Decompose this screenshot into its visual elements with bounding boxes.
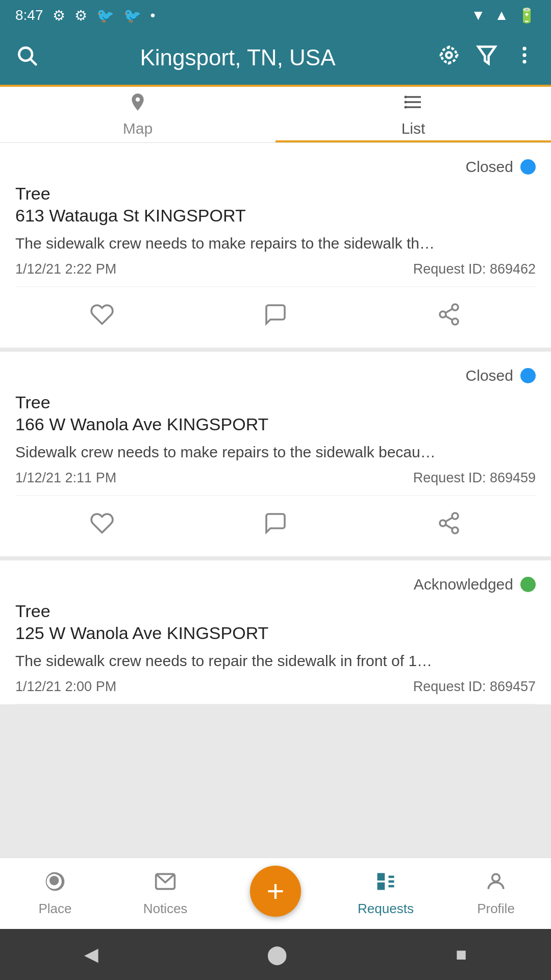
wifi-icon: ▼ (471, 7, 486, 23)
card-2-date: 1/12/21 2:11 PM (15, 470, 116, 486)
svg-point-11 (522, 60, 526, 63)
svg-point-34 (492, 874, 500, 881)
svg-point-10 (522, 53, 526, 57)
card-2-status-dot (520, 368, 536, 383)
card-2-request-id: Request ID: 869459 (413, 470, 536, 486)
battery-icon: 🔋 (518, 7, 536, 24)
card-1-request-id: Request ID: 869462 (413, 261, 536, 277)
card-2-meta: 1/12/21 2:11 PM Request ID: 869459 (15, 470, 536, 496)
tab-map[interactable]: Map (0, 87, 276, 142)
card-1-share-button[interactable] (416, 297, 482, 337)
card-2-like-button[interactable] (69, 506, 135, 546)
svg-line-22 (445, 309, 453, 313)
tab-bar: Map List (0, 87, 551, 143)
card-1-address: 613 Watauga St KINGSPORT (15, 206, 536, 226)
bird2-icon: 🐦 (123, 7, 141, 24)
card-3-description: The sidewalk crew needs to repair the si… (15, 652, 536, 670)
card-2-address: 166 W Wanola Ave KINGSPORT (15, 414, 536, 434)
card-1-date: 1/12/21 2:22 PM (15, 261, 116, 277)
back-button[interactable]: ◀ (84, 944, 98, 965)
svg-point-25 (452, 527, 458, 533)
svg-point-20 (452, 318, 458, 325)
list-icon (403, 92, 423, 117)
svg-marker-8 (479, 47, 495, 64)
place-icon (44, 870, 66, 898)
location-target-icon[interactable] (438, 44, 460, 71)
status-bar-right: ▼ ▲ 🔋 (471, 7, 536, 24)
card-2-comment-button[interactable] (243, 506, 308, 546)
mail-icon (154, 870, 177, 898)
card-2-status: Closed (466, 367, 513, 384)
header-title: Kingsport, TN, USA (53, 45, 422, 70)
svg-rect-29 (378, 873, 385, 881)
gear-icon: ⚙ (53, 7, 65, 24)
svg-point-15 (405, 96, 407, 99)
card-3-status-dot (520, 577, 536, 592)
nav-profile[interactable]: Profile (441, 870, 551, 917)
card-1-meta: 1/12/21 2:22 PM Request ID: 869462 (15, 261, 536, 287)
nav-notices-label: Notices (143, 901, 188, 917)
card-1-actions (15, 287, 536, 348)
card-1-status-dot (520, 159, 536, 175)
map-pin-icon (128, 92, 148, 117)
card-2-actions (15, 496, 536, 556)
status-bar: 8:47 ⚙ ⚙ 🐦 🐦 • ▼ ▲ 🔋 (0, 0, 551, 31)
nav-notices[interactable]: Notices (110, 870, 220, 917)
requests-icon (374, 870, 397, 898)
home-button[interactable]: ⬤ (267, 944, 287, 965)
status-bar-left: 8:47 ⚙ ⚙ 🐦 🐦 • (15, 7, 155, 24)
svg-point-23 (452, 513, 458, 519)
recent-button[interactable]: ■ (456, 944, 467, 965)
nav-add-button[interactable]: + (250, 866, 301, 917)
card-2-description: Sidewalk crew needs to make repairs to t… (15, 444, 536, 461)
svg-point-19 (440, 311, 446, 317)
nav-place[interactable]: Place (0, 870, 110, 917)
bottom-nav: Place Notices + Requests (0, 857, 551, 929)
svg-line-26 (445, 525, 453, 529)
card-2[interactable]: Closed Tree 166 W Wanola Ave KINGSPORT S… (0, 352, 551, 556)
card-3-type: Tree (15, 601, 536, 621)
card-1[interactable]: Closed Tree 613 Watauga St KINGSPORT The… (0, 143, 551, 348)
card-3-request-id: Request ID: 869457 (413, 679, 536, 695)
signal-icon: ▲ (494, 7, 509, 23)
nav-place-label: Place (38, 901, 71, 917)
card-2-header: Closed (15, 367, 536, 384)
svg-point-18 (452, 304, 458, 310)
card-1-type: Tree (15, 184, 536, 204)
card-1-status: Closed (466, 158, 513, 176)
tab-list[interactable]: List (276, 87, 551, 142)
card-1-description: The sidewalk crew needs to make repairs … (15, 235, 536, 252)
nav-requests-label: Requests (358, 901, 414, 917)
card-3-meta: 1/12/21 2:00 PM Request ID: 869457 (15, 679, 536, 704)
search-icon[interactable] (15, 44, 38, 71)
card-1-header: Closed (15, 158, 536, 176)
card-2-type: Tree (15, 393, 536, 412)
svg-line-21 (445, 316, 453, 320)
status-time: 8:47 (15, 7, 43, 23)
svg-line-27 (445, 518, 453, 522)
card-1-comment-button[interactable] (243, 297, 308, 337)
tab-map-label: Map (123, 120, 153, 137)
nav-requests[interactable]: Requests (331, 870, 441, 917)
card-3-header: Acknowledged (15, 576, 536, 593)
svg-rect-30 (378, 883, 385, 890)
filter-icon[interactable] (475, 44, 498, 71)
dot-icon: • (151, 7, 156, 23)
card-3-date: 1/12/21 2:00 PM (15, 679, 116, 695)
gear2-icon: ⚙ (74, 7, 87, 24)
card-1-like-button[interactable] (69, 297, 135, 337)
system-nav: ◀ ⬤ ■ (0, 929, 551, 980)
profile-icon (485, 870, 507, 898)
tab-list-label: List (402, 120, 425, 137)
card-3[interactable]: Acknowledged Tree 125 W Wanola Ave KINGS… (0, 560, 551, 704)
svg-point-2 (446, 53, 452, 58)
svg-point-9 (522, 47, 526, 51)
svg-line-1 (31, 59, 36, 64)
svg-point-16 (405, 101, 407, 104)
nav-profile-label: Profile (477, 901, 515, 917)
cards-container: Closed Tree 613 Watauga St KINGSPORT The… (0, 143, 551, 909)
bird1-icon: 🐦 (96, 7, 114, 24)
more-options-icon[interactable] (513, 44, 536, 71)
header: Kingsport, TN, USA (0, 31, 551, 87)
card-2-share-button[interactable] (416, 506, 482, 546)
